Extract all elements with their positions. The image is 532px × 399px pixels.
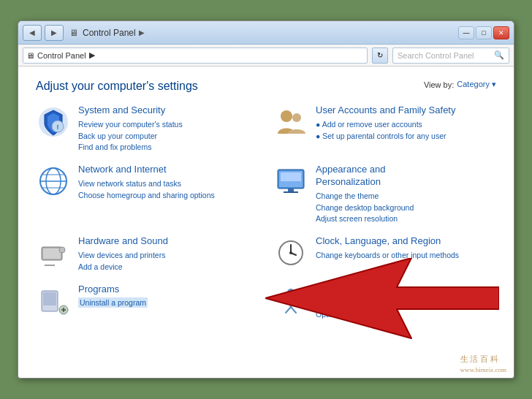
svg-text:!: ! bbox=[57, 123, 59, 131]
title-text: Control Panel bbox=[83, 28, 136, 38]
svg-rect-24 bbox=[43, 292, 56, 305]
category-appearance: Appearance andPersonalization Change the… bbox=[273, 164, 496, 225]
maximize-button[interactable]: □ bbox=[476, 26, 492, 39]
hardware-icon bbox=[36, 235, 71, 270]
svg-point-4 bbox=[292, 113, 301, 122]
network-icon bbox=[36, 164, 71, 199]
category-programs: Programs Uninstall a program bbox=[36, 284, 259, 321]
search-icon: 🔍 bbox=[494, 50, 504, 60]
view-by-label: View by: bbox=[424, 80, 454, 89]
svg-rect-16 bbox=[43, 248, 61, 259]
svg-rect-14 bbox=[284, 191, 298, 193]
network-link-2[interactable]: Choose homegroup and sharing options bbox=[78, 190, 259, 202]
content-area: Adjust your computer's settings View by:… bbox=[18, 66, 514, 378]
breadcrumb-arrow: ▶ bbox=[89, 50, 95, 60]
forward-button[interactable]: ▶ bbox=[45, 25, 64, 41]
breadcrumb-text: Control Panel bbox=[37, 51, 86, 60]
close-button[interactable]: ✕ bbox=[493, 26, 509, 39]
title-bar: ◀ ▶ 🖥 Control Panel ▶ — □ ✕ bbox=[18, 21, 514, 45]
svg-line-32 bbox=[286, 307, 291, 313]
system-security-link-1[interactable]: Review your computer's status bbox=[78, 119, 259, 131]
uninstall-highlight: Uninstall a program bbox=[78, 297, 148, 308]
user-accounts-icon bbox=[273, 104, 308, 140]
programs-link-uninstall[interactable]: Uninstall a program bbox=[78, 297, 259, 309]
ease-text: Ease of Access Let Windows suggest setti… bbox=[316, 284, 496, 321]
programs-text: Programs Uninstall a program bbox=[78, 284, 259, 310]
appearance-link-1[interactable]: Change the theme bbox=[316, 191, 496, 202]
breadcrumb-icon: 🖥 bbox=[26, 51, 34, 60]
clock-link-1[interactable]: Change keyboards or other input methods bbox=[316, 250, 496, 262]
watermark: 生 活 百 科www.bimeiz.com bbox=[460, 354, 506, 373]
system-security-text: System and Security Review your computer… bbox=[78, 104, 259, 153]
system-security-link-2[interactable]: Back up your computer bbox=[78, 131, 259, 142]
ease-link-1[interactable]: Let Windows suggest settings bbox=[316, 297, 496, 309]
svg-rect-12 bbox=[281, 172, 301, 181]
address-bar: 🖥 Control Panel ▶ ↻ Search Control Panel… bbox=[18, 45, 514, 66]
refresh-icon: ↻ bbox=[377, 51, 383, 59]
appearance-link-3[interactable]: Adjust screen resolution bbox=[316, 213, 496, 225]
refresh-button[interactable]: ↻ bbox=[372, 48, 388, 64]
appearance-icon bbox=[273, 164, 308, 199]
search-placeholder: Search Control Panel bbox=[398, 51, 474, 60]
ease-link-2[interactable]: Optimize visual display bbox=[316, 309, 496, 321]
category-network: Network and Internet View network status… bbox=[36, 164, 259, 225]
title-arrow: ▶ bbox=[139, 28, 145, 37]
network-text: Network and Internet View network status… bbox=[78, 164, 259, 201]
clock-icon bbox=[273, 235, 308, 270]
view-by-value[interactable]: Category ▾ bbox=[457, 80, 496, 89]
programs-title[interactable]: Programs bbox=[78, 284, 259, 296]
hardware-title[interactable]: Hardware and Sound bbox=[78, 235, 259, 248]
minimize-button[interactable]: — bbox=[458, 26, 474, 39]
svg-point-22 bbox=[289, 251, 292, 254]
network-link-1[interactable]: View network status and tasks bbox=[78, 178, 259, 190]
system-security-icon: ! bbox=[36, 104, 71, 140]
category-user-accounts: User Accounts and Family Safety ● Add or… bbox=[273, 104, 496, 153]
system-security-link-3[interactable]: Find and fix problems bbox=[78, 142, 259, 153]
hardware-text: Hardware and Sound View devices and prin… bbox=[78, 235, 259, 273]
svg-line-33 bbox=[291, 307, 296, 313]
back-button[interactable]: ◀ bbox=[23, 25, 42, 41]
programs-icon bbox=[36, 284, 71, 319]
appearance-link-2[interactable]: Change desktop background bbox=[316, 202, 496, 214]
user-accounts-link-2[interactable]: ● Set up parental controls for any user bbox=[316, 131, 496, 142]
user-accounts-title[interactable]: User Accounts and Family Safety bbox=[316, 104, 496, 117]
ease-title[interactable]: Ease of Access bbox=[316, 284, 496, 296]
window-icon: 🖥 bbox=[69, 28, 78, 38]
network-title[interactable]: Network and Internet bbox=[78, 164, 259, 176]
category-ease: Ease of Access Let Windows suggest setti… bbox=[273, 284, 496, 321]
search-box[interactable]: Search Control Panel 🔍 bbox=[392, 48, 509, 64]
category-system-security: ! System and Security Review your comput… bbox=[36, 104, 259, 153]
hardware-link-2[interactable]: Add a device bbox=[78, 262, 259, 273]
system-security-title[interactable]: System and Security bbox=[78, 104, 259, 117]
svg-point-17 bbox=[59, 247, 65, 253]
category-hardware: Hardware and Sound View devices and prin… bbox=[36, 235, 259, 273]
svg-rect-13 bbox=[288, 189, 294, 191]
window-controls: — □ ✕ bbox=[458, 26, 509, 39]
appearance-text: Appearance andPersonalization Change the… bbox=[316, 164, 496, 225]
svg-point-3 bbox=[281, 110, 292, 122]
ease-icon bbox=[273, 284, 308, 319]
view-by: View by: Category ▾ bbox=[424, 80, 496, 89]
user-accounts-link-1[interactable]: ● Add or remove user accounts bbox=[316, 119, 496, 131]
categories-grid: ! System and Security Review your comput… bbox=[36, 104, 496, 321]
control-panel-window: ◀ ▶ 🖥 Control Panel ▶ — □ ✕ 🖥 Control Pa… bbox=[18, 20, 514, 379]
svg-rect-18 bbox=[45, 265, 55, 266]
hardware-link-1[interactable]: View devices and printers bbox=[78, 250, 259, 262]
address-breadcrumb[interactable]: 🖥 Control Panel ▶ bbox=[23, 48, 368, 64]
appearance-title[interactable]: Appearance andPersonalization bbox=[316, 164, 496, 189]
user-accounts-text: User Accounts and Family Safety ● Add or… bbox=[316, 104, 496, 142]
clock-text: Clock, Language, and Region Change keybo… bbox=[316, 235, 496, 262]
category-clock: Clock, Language, and Region Change keybo… bbox=[273, 235, 496, 273]
title-bar-left: ◀ ▶ 🖥 Control Panel ▶ bbox=[23, 25, 145, 41]
clock-title[interactable]: Clock, Language, and Region bbox=[316, 235, 496, 248]
